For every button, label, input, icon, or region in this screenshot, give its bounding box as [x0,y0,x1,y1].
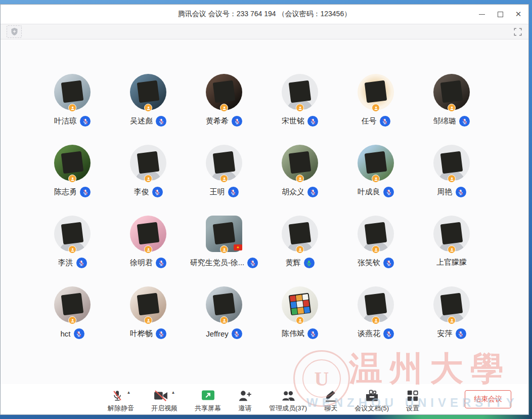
participant-tile[interactable]: ★ 吴述彪 [110,74,186,145]
mic-status-icon[interactable] [456,328,466,339]
participant-tile[interactable]: ★ 叶桦畅 [110,286,186,357]
mic-status-icon[interactable] [247,258,258,268]
host-badge-icon [296,245,304,254]
toolbar-button-settings[interactable]: ▲ 设置 [400,386,425,413]
mic-status-icon[interactable] [76,258,87,268]
mic-status-icon[interactable] [232,116,242,127]
participant-tile[interactable]: ★ 安萍 [414,286,490,357]
rubiks-cube-avatar [137,293,160,316]
apps-icon [407,390,419,402]
toolbar-button-manage-members[interactable]: ▲ 管理成员(37) [263,386,313,413]
host-badge-icon [296,316,304,324]
participant-tile[interactable]: ★ 张笑钦 [338,216,414,286]
participant-tile[interactable]: ★ 邹绵璐 [414,74,490,145]
rubiks-cube-avatar [440,222,463,245]
rubiks-cube-avatar [137,80,160,103]
mic-status-icon[interactable] [80,116,91,127]
participant-tile[interactable]: ★ 黄辉 [262,216,338,286]
participant-tile[interactable]: ★ Jeffrey [186,286,262,357]
participant-tile[interactable]: ★ 胡众义 [262,145,338,216]
rubiks-cube-avatar [213,293,236,316]
participant-tile[interactable]: ★ 李俊 [110,145,186,216]
participant-tile[interactable]: ★ 黄希希 [186,74,262,145]
participant-name: hct [60,329,70,338]
secondary-toolbar [1,24,528,39]
mic-status-icon[interactable] [459,116,470,127]
rubiks-cube-avatar [440,80,463,103]
toolbar-button-chat[interactable]: ▲ 聊天 [318,386,343,413]
participant-tile[interactable]: ★ 谈燕花 [338,286,414,357]
mic-status-icon[interactable] [156,258,166,268]
toolbar-label: 管理成员(37) [269,404,307,413]
mic-status-icon[interactable] [156,328,166,339]
participant-tile[interactable]: ★ 陈志勇 [34,145,110,216]
toolbar-button-share-screen[interactable]: ▲ 共享屏幕 [189,386,227,413]
minimize-button[interactable] [475,8,489,21]
mic-status-icon[interactable] [307,328,318,339]
china-flag-badge: ★ [234,244,242,250]
mic-status-icon[interactable] [232,328,242,339]
mic-status-icon[interactable] [383,328,394,339]
host-badge-icon [68,245,76,254]
participant-tile[interactable]: ★ 叶成良 [338,145,414,216]
mic-status-icon[interactable] [228,187,239,197]
security-shield-icon[interactable] [7,25,22,38]
participant-avatar: ★ [54,286,91,323]
toolbar-button-meeting-docs[interactable]: ▲ 会议文档(5) [348,386,395,413]
toolbar-button-start-video[interactable]: ▲ 开启视频 [145,386,184,413]
mic-status-icon[interactable] [156,116,166,127]
mic-status-icon[interactable] [380,116,390,127]
mic-status-icon[interactable] [80,187,91,197]
participant-tile[interactable]: ★ 徐明君 [110,216,186,286]
participant-tile[interactable]: ★ 叶洁琼 [34,74,110,145]
close-button[interactable]: ✕ [511,8,525,21]
participant-tile[interactable]: ★ hct [34,286,110,357]
participant-tile[interactable]: ★ 宋世铭 [262,74,338,145]
mic-status-icon[interactable] [383,187,394,197]
host-badge-icon [448,316,456,324]
participant-grid: ★ 叶洁琼 [1,39,528,357]
participant-tile[interactable]: ★ 陈伟斌 [262,286,338,357]
participant-avatar: ★ [282,74,318,110]
mic-status-icon[interactable] [307,187,318,197]
participant-tile[interactable]: ★ 李洪 [34,216,110,286]
participant-tile[interactable]: ★ 王明 [186,145,262,216]
participant-avatar: ★ [206,145,242,181]
window-controls: ✕ [475,8,528,21]
participant-name: 叶洁琼 [54,116,77,126]
participant-name: 邹绵璐 [433,116,456,126]
caret-up-icon[interactable]: ▲ [127,390,131,395]
toolbar-label: 邀请 [239,404,252,413]
rubiks-cube-avatar [61,80,84,103]
host-badge-icon [68,104,76,112]
participant-tile[interactable]: ★ 任号 [338,74,414,145]
mic-status-icon[interactable] [307,116,318,127]
mic-status-icon[interactable] [456,187,466,197]
rubiks-cube-avatar [289,222,312,245]
rubiks-cube-avatar [137,151,160,174]
participant-avatar: ★ [433,286,470,323]
caret-up-icon[interactable]: ▲ [171,390,175,395]
participant-avatar: ★ [282,216,318,252]
end-meeting-button[interactable]: 结束会议 [465,390,511,408]
participant-avatar: ★ [282,286,318,323]
participant-avatar: ★ [130,216,166,252]
participant-avatar: ★ [358,286,394,323]
rubiks-cube-avatar [365,151,387,174]
toolbar-button-unmute[interactable]: ▲ 解除静音 [102,386,140,413]
mic-status-icon[interactable] [74,328,84,339]
participant-tile[interactable]: ★ 上官朦朦 [414,216,490,286]
participant-avatar: ★ [130,74,166,110]
toolbar-button-invite[interactable]: ▲ 邀请 [232,386,258,413]
host-badge-icon [220,316,228,324]
participant-tile[interactable]: ★ 周艳 [414,145,490,216]
mic-status-icon[interactable] [383,258,394,268]
fullscreen-icon[interactable] [513,27,522,36]
participant-tile[interactable]: ★ 研究生党员-徐... [186,216,262,286]
maximize-button[interactable] [493,8,507,21]
mic-status-icon[interactable] [152,187,163,197]
rubiks-cube-avatar [365,80,387,103]
rubiks-cube-avatar [213,80,236,103]
participant-avatar: ★ [130,145,166,181]
mic-status-icon[interactable] [304,258,315,268]
